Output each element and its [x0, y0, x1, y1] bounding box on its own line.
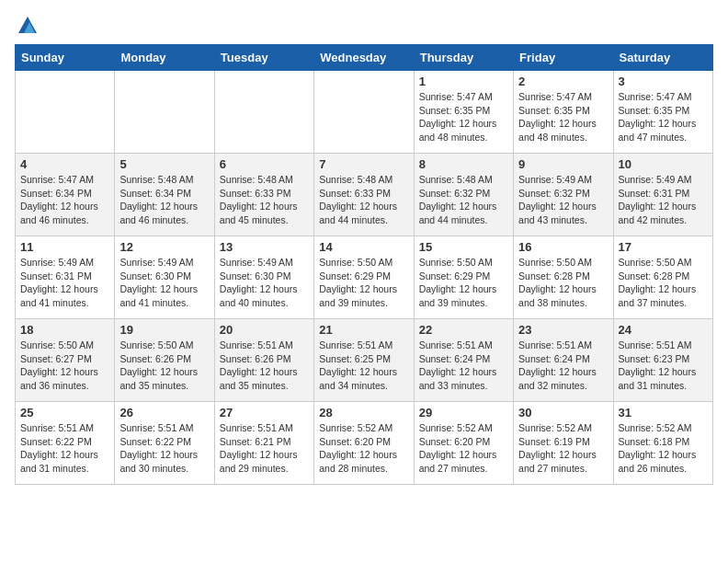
calendar-cell-11: 11Sunrise: 5:49 AM Sunset: 6:31 PM Dayli…	[16, 236, 115, 319]
calendar-cell-24: 24Sunrise: 5:51 AM Sunset: 6:23 PM Dayli…	[613, 319, 712, 402]
calendar-cell-6: 6Sunrise: 5:48 AM Sunset: 6:33 PM Daylig…	[214, 154, 313, 236]
calendar-cell-5: 5Sunrise: 5:48 AM Sunset: 6:34 PM Daylig…	[115, 154, 214, 236]
calendar-cell-2: 2Sunrise: 5:47 AM Sunset: 6:35 PM Daylig…	[514, 71, 613, 154]
day-info: Sunrise: 5:47 AM Sunset: 6:34 PM Dayligh…	[20, 173, 109, 227]
calendar-cell-28: 28Sunrise: 5:52 AM Sunset: 6:20 PM Dayli…	[314, 402, 414, 485]
day-number: 27	[220, 406, 309, 419]
calendar-cell-empty	[214, 71, 313, 154]
day-info: Sunrise: 5:51 AM Sunset: 6:26 PM Dayligh…	[220, 339, 309, 393]
day-info: Sunrise: 5:50 AM Sunset: 6:28 PM Dayligh…	[619, 256, 708, 310]
calendar-week-4: 18Sunrise: 5:50 AM Sunset: 6:27 PM Dayli…	[16, 319, 713, 402]
day-info: Sunrise: 5:47 AM Sunset: 6:35 PM Dayligh…	[518, 90, 608, 144]
calendar-cell-17: 17Sunrise: 5:50 AM Sunset: 6:28 PM Dayli…	[613, 236, 712, 319]
day-number: 7	[319, 157, 408, 171]
calendar-header-friday: Friday	[514, 45, 613, 71]
calendar-cell-14: 14Sunrise: 5:50 AM Sunset: 6:29 PM Dayli…	[314, 236, 414, 319]
calendar-week-5: 25Sunrise: 5:51 AM Sunset: 6:22 PM Dayli…	[16, 402, 713, 485]
day-info: Sunrise: 5:50 AM Sunset: 6:27 PM Dayligh…	[20, 339, 109, 393]
day-info: Sunrise: 5:51 AM Sunset: 6:21 PM Dayligh…	[220, 421, 309, 476]
day-number: 24	[619, 323, 708, 337]
calendar-cell-25: 25Sunrise: 5:51 AM Sunset: 6:22 PM Dayli…	[16, 402, 115, 485]
calendar-header-sunday: Sunday	[16, 45, 115, 71]
calendar-header-saturday: Saturday	[613, 45, 712, 71]
day-number: 8	[419, 157, 508, 171]
day-info: Sunrise: 5:49 AM Sunset: 6:30 PM Dayligh…	[119, 256, 209, 310]
calendar-cell-23: 23Sunrise: 5:51 AM Sunset: 6:24 PM Dayli…	[514, 319, 613, 402]
day-number: 26	[119, 406, 209, 419]
day-number: 6	[220, 157, 309, 171]
logo-icon	[17, 15, 39, 37]
calendar-cell-7: 7Sunrise: 5:48 AM Sunset: 6:33 PM Daylig…	[314, 154, 414, 236]
day-number: 12	[119, 240, 209, 254]
calendar-cell-3: 3Sunrise: 5:47 AM Sunset: 6:35 PM Daylig…	[613, 71, 712, 154]
calendar-cell-empty	[115, 71, 214, 154]
day-info: Sunrise: 5:50 AM Sunset: 6:28 PM Dayligh…	[518, 256, 608, 310]
day-info: Sunrise: 5:48 AM Sunset: 6:32 PM Dayligh…	[419, 173, 508, 227]
day-info: Sunrise: 5:48 AM Sunset: 6:34 PM Dayligh…	[119, 173, 209, 227]
day-number: 25	[20, 406, 109, 419]
page-header	[15, 15, 713, 37]
day-number: 9	[518, 157, 608, 171]
day-info: Sunrise: 5:52 AM Sunset: 6:18 PM Dayligh…	[619, 421, 708, 476]
calendar-cell-15: 15Sunrise: 5:50 AM Sunset: 6:29 PM Dayli…	[414, 236, 513, 319]
day-info: Sunrise: 5:48 AM Sunset: 6:33 PM Dayligh…	[319, 173, 408, 227]
day-number: 14	[319, 240, 408, 254]
calendar-header-thursday: Thursday	[414, 45, 513, 71]
calendar-cell-27: 27Sunrise: 5:51 AM Sunset: 6:21 PM Dayli…	[214, 402, 313, 485]
calendar-cell-19: 19Sunrise: 5:50 AM Sunset: 6:26 PM Dayli…	[115, 319, 214, 402]
calendar-cell-4: 4Sunrise: 5:47 AM Sunset: 6:34 PM Daylig…	[16, 154, 115, 236]
day-number: 21	[319, 323, 408, 337]
calendar-week-3: 11Sunrise: 5:49 AM Sunset: 6:31 PM Dayli…	[16, 236, 713, 319]
day-info: Sunrise: 5:47 AM Sunset: 6:35 PM Dayligh…	[619, 90, 708, 144]
calendar-header-wednesday: Wednesday	[314, 45, 414, 71]
day-number: 18	[20, 323, 109, 337]
day-number: 22	[419, 323, 508, 337]
day-number: 13	[220, 240, 309, 254]
day-info: Sunrise: 5:51 AM Sunset: 6:22 PM Dayligh…	[119, 421, 209, 476]
day-info: Sunrise: 5:51 AM Sunset: 6:25 PM Dayligh…	[319, 339, 408, 393]
calendar-cell-empty	[314, 71, 414, 154]
day-number: 19	[119, 323, 209, 337]
day-number: 20	[220, 323, 309, 337]
calendar-cell-9: 9Sunrise: 5:49 AM Sunset: 6:32 PM Daylig…	[514, 154, 613, 236]
day-info: Sunrise: 5:51 AM Sunset: 6:24 PM Dayligh…	[419, 339, 508, 393]
day-number: 17	[619, 240, 708, 254]
day-number: 2	[518, 75, 608, 88]
calendar-cell-1: 1Sunrise: 5:47 AM Sunset: 6:35 PM Daylig…	[414, 71, 513, 154]
day-info: Sunrise: 5:47 AM Sunset: 6:35 PM Dayligh…	[419, 90, 508, 144]
day-number: 11	[20, 240, 109, 254]
calendar-cell-8: 8Sunrise: 5:48 AM Sunset: 6:32 PM Daylig…	[414, 154, 513, 236]
calendar-cell-16: 16Sunrise: 5:50 AM Sunset: 6:28 PM Dayli…	[514, 236, 613, 319]
day-info: Sunrise: 5:51 AM Sunset: 6:24 PM Dayligh…	[518, 339, 608, 393]
calendar-table: SundayMondayTuesdayWednesdayThursdayFrid…	[15, 44, 713, 485]
day-number: 4	[20, 157, 109, 171]
day-number: 30	[518, 406, 608, 419]
calendar-header-tuesday: Tuesday	[214, 45, 313, 71]
calendar-cell-13: 13Sunrise: 5:49 AM Sunset: 6:30 PM Dayli…	[214, 236, 313, 319]
day-info: Sunrise: 5:49 AM Sunset: 6:31 PM Dayligh…	[619, 173, 708, 227]
day-number: 28	[319, 406, 408, 419]
day-number: 29	[419, 406, 508, 419]
calendar-cell-20: 20Sunrise: 5:51 AM Sunset: 6:26 PM Dayli…	[214, 319, 313, 402]
day-info: Sunrise: 5:50 AM Sunset: 6:29 PM Dayligh…	[419, 256, 508, 310]
day-number: 15	[419, 240, 508, 254]
day-info: Sunrise: 5:52 AM Sunset: 6:20 PM Dayligh…	[319, 421, 408, 476]
day-info: Sunrise: 5:49 AM Sunset: 6:31 PM Dayligh…	[20, 256, 109, 310]
calendar-cell-29: 29Sunrise: 5:52 AM Sunset: 6:20 PM Dayli…	[414, 402, 513, 485]
day-info: Sunrise: 5:50 AM Sunset: 6:29 PM Dayligh…	[319, 256, 408, 310]
calendar-header-monday: Monday	[115, 45, 214, 71]
day-info: Sunrise: 5:51 AM Sunset: 6:23 PM Dayligh…	[619, 339, 708, 393]
calendar-cell-31: 31Sunrise: 5:52 AM Sunset: 6:18 PM Dayli…	[613, 402, 712, 485]
calendar-cell-30: 30Sunrise: 5:52 AM Sunset: 6:19 PM Dayli…	[514, 402, 613, 485]
calendar-cell-21: 21Sunrise: 5:51 AM Sunset: 6:25 PM Dayli…	[314, 319, 414, 402]
day-number: 3	[619, 75, 708, 88]
day-number: 16	[518, 240, 608, 254]
calendar-cell-empty	[16, 71, 115, 154]
calendar-week-2: 4Sunrise: 5:47 AM Sunset: 6:34 PM Daylig…	[16, 154, 713, 236]
day-info: Sunrise: 5:49 AM Sunset: 6:30 PM Dayligh…	[220, 256, 309, 310]
day-info: Sunrise: 5:52 AM Sunset: 6:20 PM Dayligh…	[419, 421, 508, 476]
day-info: Sunrise: 5:49 AM Sunset: 6:32 PM Dayligh…	[518, 173, 608, 227]
calendar-cell-18: 18Sunrise: 5:50 AM Sunset: 6:27 PM Dayli…	[16, 319, 115, 402]
calendar-cell-22: 22Sunrise: 5:51 AM Sunset: 6:24 PM Dayli…	[414, 319, 513, 402]
day-number: 5	[119, 157, 209, 171]
